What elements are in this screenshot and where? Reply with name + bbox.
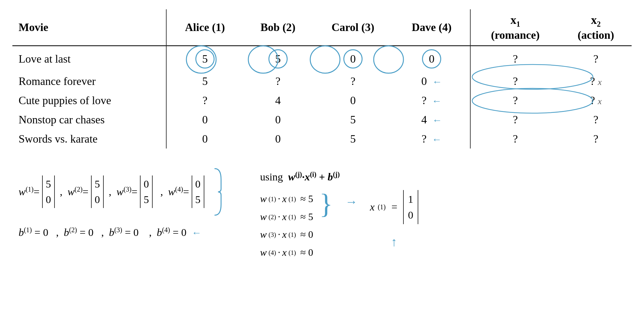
table-row: Cute puppies of love ? 4 0 ? ← ? ? x [12,91,632,110]
col-header-x2: x2 (action) [560,9,632,46]
result-matrix: 1 0 [403,190,418,224]
arrow-left-icon: ← [432,95,442,106]
x2-label-x: x [591,13,597,26]
x2-val-5: ? [560,129,632,148]
curly-brace-svg [212,167,224,217]
b-formula-row: b(1) = 0 , b(2) = 0 , b(3) = 0 , b(4) = … [19,223,229,242]
right-formula-section: using w(j)·x(i) + b(j) w(1)·x(1) ≈ 5 w(2… [229,167,632,262]
carol-rating-1: 0 [313,46,394,72]
bob-rating-3: 4 [243,91,313,110]
circled-value: 0 [343,49,363,69]
col-header-movie: Movie [12,9,166,46]
up-arrow-container: ↑ [391,230,397,254]
w4-matrix: 0 5 [192,175,204,208]
b2-separator: , [96,223,107,242]
movie-name-2: Romance forever [12,72,166,91]
bob-rating-1: 5 [243,46,313,72]
approx-line-2: w(2)·x(1) ≈ 5 [260,208,313,226]
carol-rating-5: 5 [313,129,394,148]
approx-block: w(1)·x(1) ≈ 5 w(2)·x(1) ≈ 5 w(3)·x(1) ≈ … [260,190,313,261]
x2-val-4: ? [560,110,632,129]
col-header-carol: Carol (3) [313,9,394,46]
dave-rating-1: 0 [393,46,470,72]
dave-rating-5: ? ← [393,129,470,148]
dave-rating-2: 0 ← [393,72,470,91]
b2-label: b(2) = 0 [64,223,94,242]
right-brace: } [320,190,333,218]
x1-sub: 1 [516,20,520,28]
using-word: using [260,171,283,183]
result-row-1: 1 [408,191,413,207]
b4-arrow: ← [192,227,202,238]
arrow-left-icon: ← [432,114,442,126]
x2-action-label: (action) [577,29,614,41]
x1-label-x: x [511,13,516,26]
movie-name-5: Swords vs. karate [12,129,166,148]
b1-separator: , [51,223,61,242]
table-row: Nonstop car chases 0 0 5 4 ← ? ? [12,110,632,129]
result-matrix-row: x(1) = 1 0 [370,190,418,224]
x-superscript-label: x [598,77,602,87]
w3-label: w(3)= [116,182,137,201]
approx-line-1: w(1)·x(1) ≈ 5 [260,190,313,208]
carol-rating-4: 5 [313,110,394,129]
bob-rating-5: 0 [243,129,313,148]
x2-val-1: ? [560,46,632,72]
arrow-left-icon: ← [432,134,442,145]
result-row-2: 0 [408,207,413,223]
w1-separator: , [57,182,65,201]
w2-label: w(2)= [67,182,89,201]
x1-romance-label: (romance) [491,29,540,41]
x1-val-3: ? [470,91,560,110]
w3-matrix: 0 5 [140,175,153,208]
result-x-label: x [370,197,375,217]
w3-separator: , [155,182,166,201]
table-row: Swords vs. karate 0 0 5 ? ← ? ? [12,129,632,148]
col-header-dave: Dave (4) [393,9,470,46]
circled-value: 5 [195,49,215,69]
alice-rating-5: 0 [166,129,243,148]
w1-label: w(1)= [19,182,40,201]
movie-name-1: Love at last [12,46,166,72]
x-superscript-label2: x [598,96,602,106]
right-arrow-icon: → [345,190,358,214]
w-formula-row: w(1)= 5 0 , w(2)= 5 0 , w(3)= 0 5 , w(4)… [19,167,229,217]
arrow-left-icon: ← [432,76,442,87]
x2-sub: 2 [597,20,601,28]
col-header-bob: Bob (2) [243,9,313,46]
x1-val-5: ? [470,129,560,148]
col-header-alice: Alice (1) [166,9,243,46]
w2-separator: , [106,182,114,201]
carol-rating-2: ? [313,72,394,91]
table-row: Love at last 5 5 0 0 ? ? [12,46,632,72]
approx-line-3: w(3)·x(1) ≈ 0 [260,226,313,244]
rating-table-wrapper: Movie Alice (1) Bob (2) Carol (3) Dave (… [12,9,632,148]
movie-name-4: Nonstop car chases [12,110,166,129]
x2-val-3: ? x [560,91,632,110]
approx-result-row: w(1)·x(1) ≈ 5 w(2)·x(1) ≈ 5 w(3)·x(1) ≈ … [260,190,632,261]
result-column: x(1) = 1 0 ↑ [370,190,418,254]
bob-rating-4: 0 [243,110,313,129]
weight-bias-formulas: w(1)= 5 0 , w(2)= 5 0 , w(3)= 0 5 , w(4)… [12,167,229,242]
dave-rating-3: ? ← [393,91,470,110]
b4-label: b(4) = 0 ← [157,223,201,242]
brace-group [212,167,224,217]
w1-matrix: 5 0 [42,175,55,208]
x1-val-4: ? [470,110,560,129]
using-label-line: using w(j)·x(i) + b(j) [260,167,632,187]
w2-matrix: 5 0 [91,175,104,208]
bottom-section: w(1)= 5 0 , w(2)= 5 0 , w(3)= 0 5 , w(4)… [12,167,632,262]
b1-label: b(1) = 0 [19,223,48,242]
table-row: Romance forever 5 ? ? 0 ← ? ? x [12,72,632,91]
alice-rating-3: ? [166,91,243,110]
col-header-x1: x1 (romance) [470,9,560,46]
alice-rating-4: 0 [166,110,243,129]
w4-label: w(4)= [168,182,189,201]
circled-value: 5 [268,49,288,69]
dave-rating-4: 4 ← [393,110,470,129]
x-bold-italic: x [305,171,310,183]
bob-rating-2: ? [243,72,313,91]
b-bold-italic: b [328,171,333,183]
w-bold-italic: w [288,171,295,183]
circled-value: 0 [422,49,441,69]
